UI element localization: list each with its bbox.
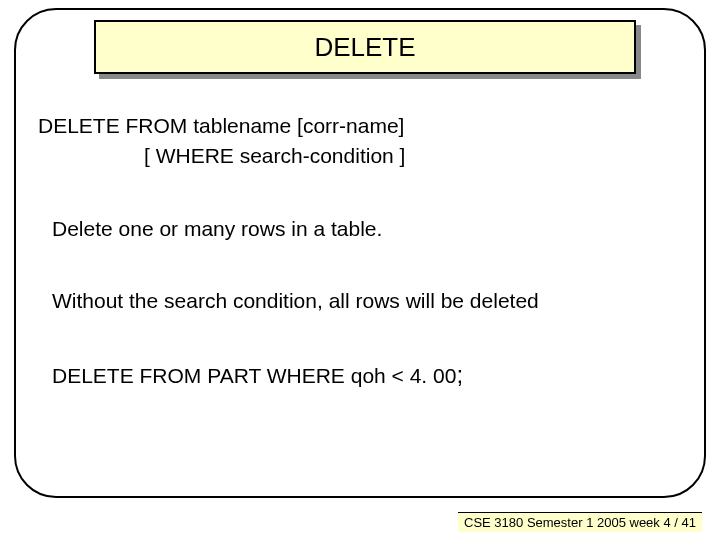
syntax-line-2: [ WHERE search-condition ] [38, 142, 678, 170]
slide-title: DELETE [314, 32, 415, 63]
slide: DELETE DELETE FROM tablename [corr-name]… [0, 0, 720, 540]
syntax-line-1: DELETE FROM tablename [corr-name] [38, 112, 678, 140]
example-statement: DELETE FROM PART WHERE qoh < 4. 00; [38, 359, 678, 391]
title-box: DELETE [94, 20, 636, 74]
paragraph-1: Delete one or many rows in a table. [38, 215, 678, 243]
slide-body: DELETE FROM tablename [corr-name] [ WHER… [38, 112, 678, 392]
paragraph-2: Without the search condition, all rows w… [38, 287, 678, 315]
example-text: DELETE FROM PART WHERE qoh < 4. 00 [52, 364, 456, 387]
example-terminator: ; [456, 361, 463, 388]
slide-footer: CSE 3180 Semester 1 2005 week 4 / 41 [458, 512, 702, 532]
